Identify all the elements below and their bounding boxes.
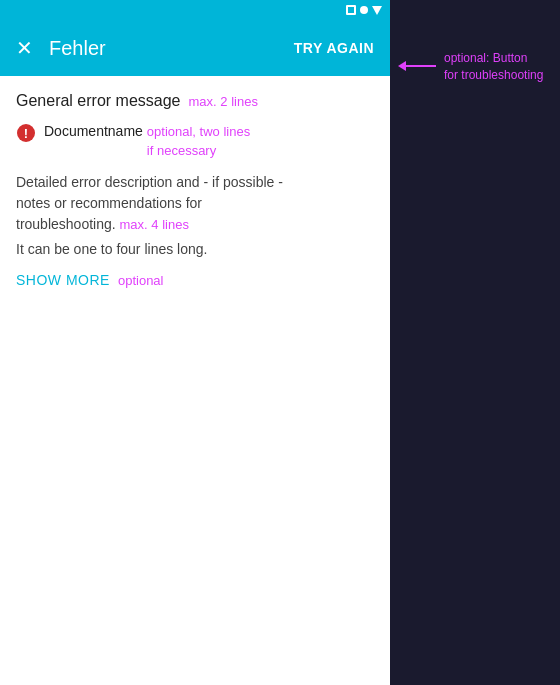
phone-frame: ✕ Fehler TRY AGAIN General error message… bbox=[0, 0, 390, 685]
annotation-callout-text: optional: Buttonfor troubleshooting bbox=[444, 50, 543, 84]
document-annotation: optional, two lines if necessary bbox=[147, 122, 250, 160]
error-header: General error message max. 2 lines bbox=[16, 92, 374, 110]
annotation-callout: optional: Buttonfor troubleshooting bbox=[398, 48, 543, 84]
app-bar: ✕ Fehler TRY AGAIN bbox=[0, 20, 390, 76]
svg-text:!: ! bbox=[24, 126, 28, 141]
arrow-head-icon bbox=[398, 61, 406, 71]
document-name-group: Documentname optional, two lines if nece… bbox=[44, 122, 250, 160]
app-bar-left: ✕ Fehler bbox=[16, 37, 106, 60]
app-bar-title: Fehler bbox=[49, 37, 106, 60]
content-area: General error message max. 2 lines ! Doc… bbox=[0, 76, 390, 685]
document-row: ! Documentname optional, two lines if ne… bbox=[16, 122, 374, 160]
status-icon-signal bbox=[346, 5, 356, 15]
error-title: General error message bbox=[16, 92, 181, 110]
document-name: Documentname bbox=[44, 123, 143, 139]
status-bar bbox=[0, 0, 390, 20]
error-description-line4: It can be one to four lines long. bbox=[16, 239, 374, 260]
show-more-annotation: optional bbox=[118, 273, 164, 288]
show-more-row: SHOW MORE optional bbox=[16, 272, 374, 288]
arrow-line bbox=[406, 65, 436, 67]
document-annotation-text: optional, two lines if necessary bbox=[147, 124, 250, 158]
status-dot bbox=[360, 6, 368, 14]
description-annotation: max. 4 lines bbox=[120, 217, 189, 232]
error-circle-icon: ! bbox=[16, 123, 36, 143]
error-title-annotation: max. 2 lines bbox=[189, 94, 258, 109]
error-description: Detailed error description and - if poss… bbox=[16, 172, 374, 235]
annotation-area: optional: Buttonfor troubleshooting bbox=[390, 40, 560, 84]
status-triangle bbox=[372, 6, 382, 15]
show-more-button[interactable]: SHOW MORE bbox=[16, 272, 110, 288]
try-again-button[interactable]: TRY AGAIN bbox=[294, 40, 374, 56]
close-button[interactable]: ✕ bbox=[16, 38, 33, 58]
